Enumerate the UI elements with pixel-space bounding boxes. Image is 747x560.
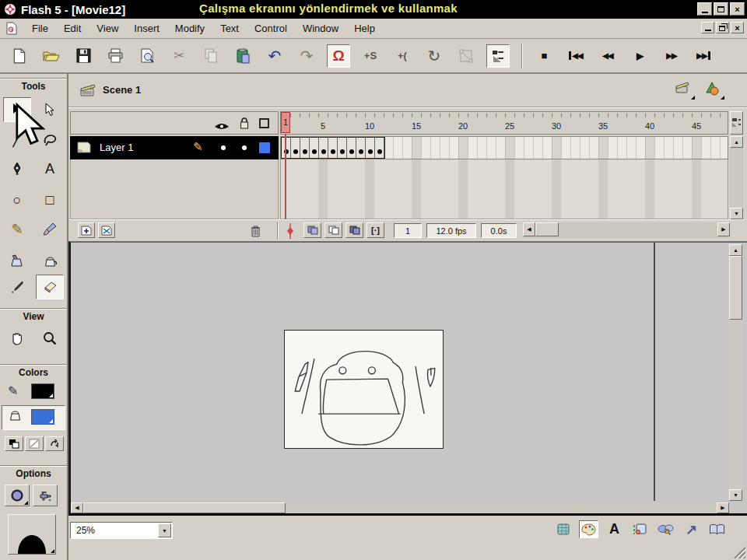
stage-vscroll-thumb[interactable] [729,256,742,320]
paste-button[interactable] [231,44,254,68]
default-colors-button[interactable] [5,436,23,451]
instance-panel-icon[interactable] [630,520,650,538]
library-panel-icon[interactable] [707,520,727,538]
mdi-close-button[interactable]: × [731,22,744,33]
menu-window[interactable]: Window [295,20,346,37]
stage-area[interactable]: ▲ ▼ ◀ ▶ [68,241,747,516]
menu-modify[interactable]: Modify [167,20,212,37]
timeline-scroll-down-button[interactable]: ▼ [730,208,743,219]
stage-scroll-up-button[interactable]: ▲ [729,244,742,256]
stage-vertical-scrollbar[interactable]: ▲ ▼ [729,244,742,501]
mdi-restore-button[interactable] [716,22,729,33]
save-button[interactable] [72,44,95,68]
actions-panel-icon[interactable]: ↗ [682,520,701,538]
no-color-button[interactable] [25,436,44,451]
oval-tool[interactable]: ○ [3,187,31,212]
layer-visible-dot[interactable] [221,145,226,150]
timeline-hscroll-thumb[interactable] [535,222,559,236]
new-file-button[interactable] [8,44,31,68]
resize-grip[interactable] [730,543,747,560]
menu-edit[interactable]: Edit [56,20,89,37]
keyframe-dot[interactable] [331,149,335,154]
modify-onion-markers-button[interactable]: [·] [366,222,384,238]
onion-skin-outlines-button[interactable] [324,222,342,238]
step-forward-button[interactable]: ▶▶ [660,44,683,68]
stage-canvas[interactable] [284,330,444,449]
keyframe-dot[interactable] [368,149,373,154]
copy-button[interactable] [199,44,223,68]
stage-scroll-left-button[interactable]: ◀ [71,502,83,513]
keyframe-span[interactable] [281,137,385,159]
rewind-button[interactable]: ◀◀ [564,44,587,68]
menu-text[interactable]: Text [212,20,247,37]
delete-layer-button[interactable] [247,222,263,238]
menu-control[interactable]: Control [247,20,295,37]
menu-view[interactable]: View [89,20,126,37]
frame-view-options-button[interactable] [730,111,743,135]
dropper-tool[interactable] [3,275,31,299]
fill-color-swatch[interactable] [31,409,54,425]
print-button[interactable] [103,44,127,68]
line-tool[interactable]: ╱ [3,127,31,152]
add-guide-layer-button[interactable] [98,222,115,238]
explorer-panel-icon[interactable] [656,520,675,538]
layer-lock-dot[interactable] [242,145,247,150]
eraser-mode-option[interactable] [5,485,30,506]
arrow-tool[interactable] [3,97,31,122]
keyframe-dot[interactable] [359,149,363,154]
menu-file[interactable]: File [24,20,56,37]
timeline-horizontal-scrollbar[interactable]: ◀ ▶ [523,222,730,238]
timeline-scroll-right-button[interactable]: ▶ [717,222,730,236]
keyframe-dot[interactable] [321,149,326,154]
redo-button[interactable]: ↷ [295,44,318,68]
pen-tool[interactable] [3,156,31,181]
lasso-tool[interactable] [36,127,64,152]
go-to-end-button[interactable]: ▶▶ [692,44,715,68]
edit-symbols-button[interactable] [703,80,725,100]
faucet-option[interactable] [33,485,58,506]
layer-outline-swatch[interactable] [259,142,270,153]
zoom-level-combobox[interactable]: 25% ▼ [70,522,173,539]
align-button[interactable] [486,44,510,68]
layer-row[interactable]: Layer 1 ✎ [70,136,279,159]
keyframe-dot[interactable] [349,149,354,154]
show-hide-layers-icon[interactable] [214,120,230,134]
undo-button[interactable]: ↶ [263,44,286,68]
straighten-button[interactable]: +( [391,44,414,68]
edit-multiple-frames-button[interactable] [345,222,363,238]
rotate-button[interactable]: ↻ [423,44,446,68]
edit-scene-button[interactable] [674,80,696,100]
snap-magnet-button[interactable]: Ω [327,44,350,68]
print-preview-button[interactable] [135,44,159,68]
stage-scroll-right-button[interactable]: ▶ [717,502,729,513]
keyframe-dot[interactable] [340,149,345,154]
keyframe-dot[interactable] [377,149,382,154]
zoom-dropdown-button[interactable]: ▼ [158,523,171,537]
zoom-tool[interactable] [36,326,64,351]
lock-layers-icon[interactable] [239,117,250,133]
layer-frames-row[interactable] [280,136,728,159]
onion-skin-button[interactable] [303,222,321,238]
timeline-scroll-up-button[interactable]: ▲ [730,136,743,148]
subselect-tool[interactable] [36,97,64,122]
open-file-button[interactable] [40,44,63,68]
frame-ruler[interactable]: 51015202530354045 [280,111,728,135]
scale-button[interactable] [454,44,478,68]
hand-tool[interactable] [3,326,31,351]
smooth-button[interactable]: +S [359,44,382,68]
minimize-button[interactable] [697,2,712,16]
timeline-scroll-left-button[interactable]: ◀ [523,222,535,236]
ink-bottle-tool[interactable] [3,248,31,273]
swap-colors-button[interactable] [45,436,64,451]
menu-help[interactable]: Help [346,20,383,37]
stroke-color-swatch[interactable] [31,383,54,399]
rectangle-tool[interactable]: □ [36,187,64,212]
menu-insert[interactable]: Insert [126,20,167,37]
eraser-tool[interactable] [36,275,64,299]
keyframe-dot[interactable] [303,149,307,154]
insert-layer-button[interactable] [78,222,95,238]
stage-scroll-down-button[interactable]: ▼ [729,489,742,501]
step-back-button[interactable]: ◀◀ [596,44,619,68]
maximize-button[interactable] [714,2,728,16]
info-panel-icon[interactable] [553,520,573,538]
